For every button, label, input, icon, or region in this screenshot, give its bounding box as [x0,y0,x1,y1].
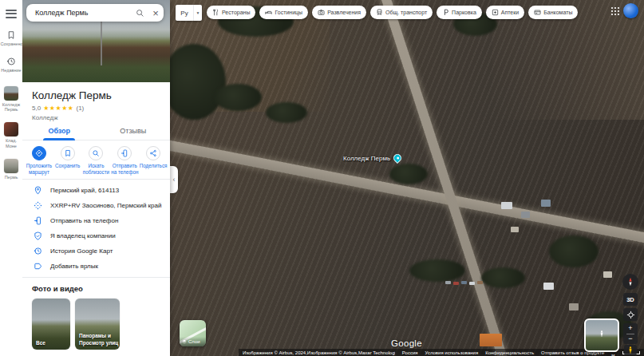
place-pin-icon [34,186,42,195]
detail-plus-code[interactable]: XXRP+RV Заосиново, Пермский край [22,198,170,213]
search-nearby-button[interactable]: Искать поблизости [82,146,111,175]
history-icon [6,57,16,66]
building [569,303,579,311]
pegman-mini-icon [599,330,606,338]
account-avatar[interactable] [623,3,638,18]
toggle-3d-button[interactable]: 3D [623,293,638,306]
place-title: Колледж Пермь [32,89,160,101]
chip-atms[interactable]: Банкоматы [528,6,578,19]
tab-overview[interactable]: Обзор [22,127,97,140]
place-details-list: Пермский край, 614113 XXRP+RV Заосиново,… [22,180,170,277]
close-icon: × [152,8,159,18]
google-apps-grid-icon[interactable] [610,6,620,16]
clear-search-button[interactable]: × [148,8,164,18]
share-icon [149,149,157,157]
building [541,200,551,207]
search-bar: × [26,4,164,22]
zoom-in-button[interactable]: + [623,323,638,334]
detail-address[interactable]: Пермский край, 614113 [22,183,170,198]
search-nearby-icon [92,149,100,157]
poi-marker-college-perm[interactable]: Колледж Пермь [343,154,401,162]
compass-control[interactable] [622,274,638,290]
building [521,212,530,218]
recent-place-label: Клад. Моне [1,138,22,148]
footer-link-region[interactable]: Россия [402,350,418,355]
save-button[interactable]: Сохранить [53,146,82,175]
send-to-phone-icon [121,149,128,157]
star-rating-icons: ★★★★★ [43,105,73,112]
footer-link-privacy[interactable]: Конфиденциальность [485,350,534,355]
parking-icon [442,9,449,16]
action-label: Проложить маршрут [25,163,53,175]
vehicle [453,282,459,285]
detail-send-to-phone[interactable]: Отправить на телефон [22,213,170,228]
detail-text: Добавить ярлык [50,263,98,270]
chip-label: Аптеки [501,10,519,15]
search-icon [136,9,144,18]
photo-card-streetview[interactable]: Панорамы и Просмотр улиц [75,299,120,350]
review-count[interactable]: (1) [76,105,84,112]
collapse-panel-button[interactable]: ‹ [170,166,178,193]
locate-icon [626,311,635,319]
zoom-out-button[interactable]: − [623,334,638,345]
vehicle [445,281,451,284]
footer-link-terms[interactable]: Условия использования [425,350,479,355]
street-view-preview[interactable] [584,318,619,352]
my-location-button[interactable] [623,308,638,321]
rating-value: 5,0 [32,105,41,112]
detail-text: XXRP+RV Заосиново, Пермский край [50,202,161,209]
pegman-icon [626,346,634,354]
recent-place-2[interactable]: Клад. Моне [1,122,22,148]
chip-label: Общ. транспорт [385,10,427,15]
share-button[interactable]: Поделиться [139,146,168,175]
detail-add-label[interactable]: Добавить ярлык [22,259,170,274]
recent-place-label: Колледж Пермь [1,102,22,113]
chip-entertainment[interactable]: Развлечения [312,6,366,19]
shield-check-icon [34,231,42,240]
photo-card-all[interactable]: Все [32,299,70,350]
vehicle [469,282,475,285]
bookmark-icon [6,30,16,40]
detail-text: Отправить на телефон [50,217,118,224]
chip-label: Гостиницы [275,10,302,15]
chip-pharmacies[interactable]: Аптеки [486,6,524,19]
layers-button[interactable]: Слои [180,320,206,346]
atm-card-icon [534,9,541,16]
hamburger-icon [6,17,17,18]
language-selector[interactable]: Ру ▼ [176,5,202,21]
search-button[interactable] [132,9,148,18]
chip-label: Банкоматы [543,10,572,15]
building [480,334,502,346]
recent-place-perm[interactable]: Пермь [1,159,22,180]
rail-item-saved[interactable]: Сохранено [1,30,22,46]
chips-row: Рестораны Гостиницы Развлечения Общ. тра… [207,6,578,19]
panel-tabs: Обзор Отзывы [22,127,170,140]
recent-place-thumbnail [4,122,18,136]
detail-maps-history[interactable]: История Google Карт [22,243,170,259]
place-pin-icon [392,152,403,164]
detail-text: История Google Карт [50,247,113,255]
action-buttons-row: Проложить маршрут Сохранить Искать побли… [22,140,170,179]
tab-reviews[interactable]: Отзывы [97,127,171,140]
chip-parking[interactable]: Парковка [437,6,482,19]
main-menu-button[interactable] [6,7,17,20]
tree-cluster [389,164,428,184]
recent-place-college-perm[interactable]: Колледж Пермь [1,86,22,113]
chip-label: Рестораны [222,10,250,15]
send-to-phone-button[interactable]: Отправить на телефон [110,146,139,175]
rail-item-label: Недавние [1,68,22,73]
camera-icon [318,9,325,16]
pharmacy-icon [492,9,499,16]
pegman-control[interactable] [624,345,637,355]
chip-restaurants[interactable]: Рестораны [207,6,255,19]
rail-item-recents[interactable]: Недавние [1,57,22,73]
chip-transit[interactable]: Общ. транспорт [370,6,433,19]
detail-claim-business[interactable]: Я владелец компании [22,228,170,243]
bookmark-icon [64,149,72,157]
map-canvas[interactable]: Колледж Пермь Ру ▼ Рестораны Гостиницы Р… [170,0,644,356]
chevron-down-icon[interactable]: ▼ [193,5,202,21]
directions-button[interactable]: Проложить маршрут [25,146,53,175]
search-input[interactable] [26,9,132,17]
rating-row[interactable]: 5,0 ★★★★★ (1) [32,105,160,112]
chip-hotels[interactable]: Гостиницы [259,6,308,19]
